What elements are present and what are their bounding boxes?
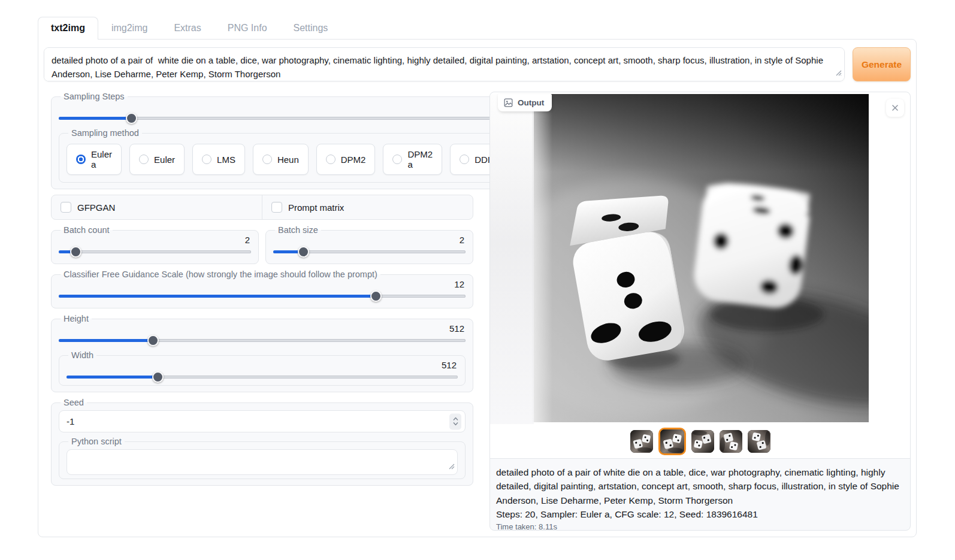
tab-png-info[interactable]: PNG Info bbox=[214, 17, 280, 40]
gallery-thumbnails bbox=[490, 424, 910, 458]
sampling-steps-label: Sampling Steps bbox=[61, 92, 128, 101]
sampler-label: Euler a bbox=[91, 149, 112, 169]
checkbox-icon bbox=[61, 202, 71, 213]
width-label: Width bbox=[68, 350, 96, 360]
tab-img2img[interactable]: img2img bbox=[98, 17, 161, 40]
tab-bar: txt2img img2img Extras PNG Info Settings bbox=[38, 16, 917, 39]
sampler-label: LMS bbox=[217, 155, 235, 165]
width-value: 512 bbox=[67, 359, 458, 371]
slider-handle[interactable] bbox=[147, 335, 159, 346]
width-group: Width 512 bbox=[59, 350, 466, 386]
gallery-side-strip bbox=[490, 94, 534, 424]
prompt-input[interactable]: detailed photo of a pair of white die on… bbox=[44, 47, 845, 81]
gallery-thumbnail-1[interactable] bbox=[630, 430, 653, 453]
radio-icon bbox=[326, 155, 336, 164]
python-script-group: Python script bbox=[59, 437, 466, 479]
gallery-thumbnail-4[interactable] bbox=[720, 430, 742, 453]
sampler-label: DPM2 a bbox=[407, 149, 433, 169]
cfg-scale-label: Classifier Free Guidance Scale (how stro… bbox=[61, 270, 380, 279]
prompt-row: detailed photo of a pair of white die on… bbox=[44, 47, 911, 81]
slider-handle[interactable] bbox=[126, 113, 137, 124]
tab-extras[interactable]: Extras bbox=[161, 17, 214, 40]
python-script-input[interactable] bbox=[67, 449, 458, 475]
prompt-matrix-label: Prompt matrix bbox=[288, 202, 344, 213]
sampler-label: Euler bbox=[154, 155, 175, 165]
sampler-option-lms[interactable]: LMS bbox=[192, 144, 245, 175]
radio-icon bbox=[139, 155, 149, 164]
batch-size-group: Batch size 2 bbox=[265, 225, 473, 264]
gallery-stage bbox=[490, 92, 910, 424]
seed-label: Seed bbox=[61, 398, 87, 407]
slider-handle[interactable] bbox=[370, 290, 382, 302]
gfpgan-checkbox[interactable]: GFPGAN bbox=[52, 195, 262, 219]
spinner-up-icon[interactable] bbox=[453, 417, 458, 421]
batch-count-value: 2 bbox=[59, 234, 251, 246]
batch-count-group: Batch count 2 bbox=[51, 225, 259, 264]
slider-handle[interactable] bbox=[70, 246, 81, 258]
output-panel: Output bbox=[489, 92, 911, 531]
radio-icon bbox=[460, 155, 469, 164]
tab-settings[interactable]: Settings bbox=[280, 17, 341, 40]
settings-column: Sampling Steps 20 Sampling method Euler … bbox=[51, 92, 473, 531]
tab-txt2img[interactable]: txt2img bbox=[38, 17, 98, 40]
output-gallery bbox=[490, 92, 910, 458]
checkbox-icon bbox=[271, 202, 282, 213]
sampler-option-dpm2[interactable]: DPM2 bbox=[316, 144, 376, 175]
toggles-panel: GFPGAN Prompt matrix bbox=[51, 195, 473, 220]
sampler-label: DPM2 bbox=[341, 155, 366, 165]
radio-icon bbox=[76, 155, 86, 164]
batch-size-value: 2 bbox=[273, 234, 466, 246]
sampler-option-heun[interactable]: Heun bbox=[253, 144, 309, 175]
caption-params: Steps: 20, Sampler: Euler a, CFG scale: … bbox=[496, 507, 904, 521]
prompt-matrix-checkbox[interactable]: Prompt matrix bbox=[262, 195, 473, 219]
generated-image[interactable] bbox=[532, 94, 869, 422]
seed-input[interactable] bbox=[59, 410, 466, 432]
gallery-thumbnail-2[interactable] bbox=[658, 428, 686, 455]
batch-size-label: Batch size bbox=[275, 225, 321, 235]
number-spinner[interactable] bbox=[449, 413, 461, 429]
txt2img-panel: detailed photo of a pair of white die on… bbox=[38, 39, 917, 537]
seed-group: Seed Python script bbox=[51, 398, 473, 486]
time-taken: Time taken: 8.11s bbox=[496, 521, 904, 531]
image-icon bbox=[504, 98, 513, 107]
batch-count-label: Batch count bbox=[61, 225, 113, 235]
width-slider[interactable] bbox=[67, 371, 458, 383]
close-output-button[interactable] bbox=[886, 99, 904, 117]
sampler-option-euler-a[interactable]: Euler a bbox=[67, 144, 122, 175]
height-slider[interactable] bbox=[59, 334, 466, 346]
app-container: txt2img img2img Extras PNG Info Settings… bbox=[38, 16, 917, 537]
batch-size-slider[interactable] bbox=[273, 246, 466, 258]
cfg-scale-group: Classifier Free Guidance Scale (how stro… bbox=[51, 270, 473, 308]
slider-handle[interactable] bbox=[152, 371, 164, 383]
slider-handle[interactable] bbox=[298, 246, 309, 258]
python-script-label: Python script bbox=[68, 437, 125, 446]
radio-icon bbox=[202, 155, 211, 164]
height-group: Height 512 Width 512 bbox=[51, 314, 473, 392]
height-value: 512 bbox=[59, 323, 466, 334]
close-icon bbox=[891, 104, 899, 111]
caption-prompt: detailed photo of a pair of white die on… bbox=[496, 465, 904, 507]
gfpgan-label: GFPGAN bbox=[77, 202, 115, 213]
cfg-scale-slider[interactable] bbox=[59, 290, 466, 302]
gallery-thumbnail-3[interactable] bbox=[691, 430, 714, 453]
generate-button[interactable]: Generate bbox=[853, 47, 911, 81]
radio-icon bbox=[262, 155, 272, 164]
radio-icon bbox=[392, 155, 402, 164]
sampler-option-euler[interactable]: Euler bbox=[129, 144, 185, 175]
sampler-label: Heun bbox=[277, 155, 299, 165]
output-badge: Output bbox=[498, 94, 552, 111]
cfg-scale-value: 12 bbox=[59, 279, 466, 290]
height-label: Height bbox=[61, 314, 92, 323]
generation-info: detailed photo of a pair of white die on… bbox=[490, 458, 910, 531]
output-badge-label: Output bbox=[518, 98, 544, 107]
spinner-down-icon[interactable] bbox=[453, 422, 458, 426]
gallery-thumbnail-5[interactable] bbox=[748, 430, 770, 453]
sampling-method-label: Sampling method bbox=[68, 128, 142, 138]
batch-count-slider[interactable] bbox=[59, 246, 251, 258]
sampler-option-dpm2-a[interactable]: DPM2 a bbox=[383, 144, 442, 175]
